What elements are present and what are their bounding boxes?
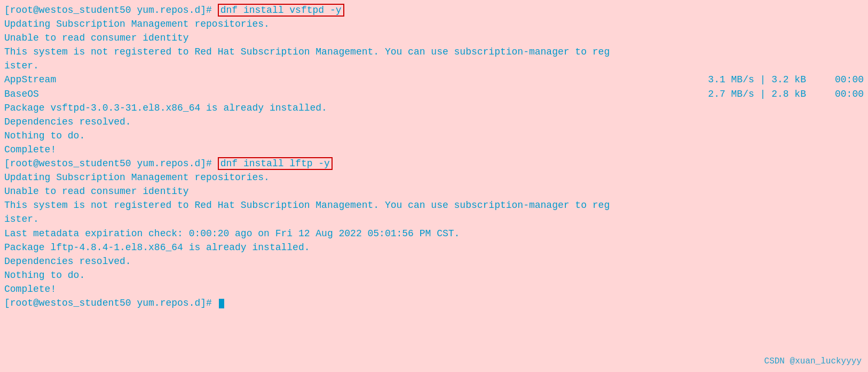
left-text: AppStream: [4, 73, 56, 87]
right-text: 2.7 MB/s | 2.8 kB 00:00: [708, 87, 864, 101]
prompt: [root@westos_student50 yum.repos.d]#: [4, 298, 218, 308]
terminal-line: Nothing to do.: [4, 129, 864, 143]
terminal-line: [root@westos_student50 yum.repos.d]# dnf…: [4, 3, 864, 17]
terminal-line: Complete!: [4, 143, 864, 157]
terminal-line: Nothing to do.: [4, 268, 864, 282]
terminal-line: ister.: [4, 212, 864, 226]
terminal-line: [root@westos_student50 yum.repos.d]#: [4, 296, 864, 310]
terminal-line: ister.: [4, 59, 864, 73]
terminal-line: Updating Subscription Management reposit…: [4, 170, 864, 184]
terminal-line: Package lftp-4.8.4-1.el8.x86_64 is alrea…: [4, 241, 864, 254]
terminal-line: Unable to read consumer identity: [4, 184, 864, 198]
terminal-line: AppStream3.1 MB/s | 3.2 kB 00:00: [4, 73, 864, 87]
terminal-line: This system is not registered to Red Hat…: [4, 198, 864, 212]
terminal: [root@westos_student50 yum.repos.d]# dnf…: [0, 0, 868, 372]
watermark: CSDN @xuan_luckyyyy: [764, 355, 862, 368]
cursor: [219, 299, 224, 308]
terminal-line: Last metadata expiration check: 0:00:20 …: [4, 227, 864, 241]
terminal-line: Updating Subscription Management reposit…: [4, 17, 864, 31]
terminal-line: This system is not registered to Red Hat…: [4, 45, 864, 59]
left-text: BaseOS: [4, 87, 39, 101]
prompt: [root@westos_student50 yum.repos.d]#: [4, 5, 218, 15]
command: dnf install lftp -y: [218, 157, 333, 170]
terminal-line: Dependencies resolved.: [4, 115, 864, 129]
terminal-line: [root@westos_student50 yum.repos.d]# dnf…: [4, 157, 864, 170]
prompt: [root@westos_student50 yum.repos.d]#: [4, 158, 218, 169]
terminal-line: Dependencies resolved.: [4, 254, 864, 268]
terminal-line: Package vsftpd-3.0.3-31.el8.x86_64 is al…: [4, 101, 864, 115]
right-text: 3.1 MB/s | 3.2 kB 00:00: [708, 73, 864, 87]
terminal-line: Unable to read consumer identity: [4, 31, 864, 45]
terminal-line: BaseOS2.7 MB/s | 2.8 kB 00:00: [4, 87, 864, 101]
terminal-line: Complete!: [4, 282, 864, 296]
command: dnf install vsftpd -y: [218, 4, 344, 17]
